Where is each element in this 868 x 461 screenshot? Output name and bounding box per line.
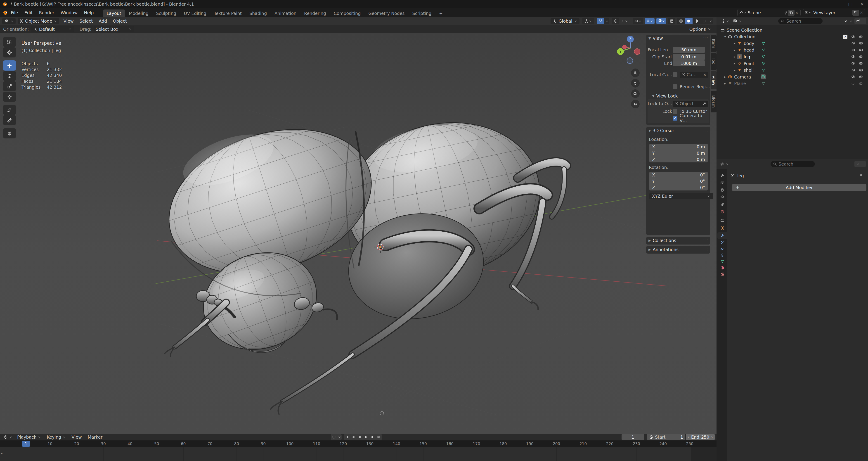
expander-icon[interactable]: ▸ [732,68,737,72]
tool-add-cube[interactable] [3,128,16,139]
drag-dropdown[interactable]: Select Box [94,26,134,32]
sidebar-tab-tool[interactable]: Tool [711,53,716,70]
menu-edit[interactable]: Edit [21,8,36,17]
local-camera-checkbox[interactable] [673,72,677,77]
timeline-menu-marker[interactable]: Marker [85,434,105,439]
timeline-editor-type-button[interactable] [2,434,14,440]
snap-settings-dropdown[interactable] [604,18,609,24]
viewlayer-selector[interactable]: ViewLayer × [803,9,865,16]
tool-measure[interactable] [3,115,16,125]
lock-to-object-field[interactable]: Object [673,101,708,107]
new-collection-button[interactable] [855,18,866,24]
menu-help[interactable]: Help [81,8,97,17]
timeline-track-area[interactable]: ▸ [0,447,716,461]
properties-options-dropdown[interactable] [855,161,866,167]
beetle-model[interactable] [150,105,566,414]
panel-grip[interactable]: ∷∷ [704,239,708,242]
outliner-row-leg[interactable]: ▸leg [716,53,868,60]
disable-in-render-icon[interactable] [859,55,863,59]
outliner-row-point[interactable]: ▸Point [716,60,868,67]
hide-in-viewport-icon[interactable] [851,55,855,59]
workspace-tab-shading[interactable]: Shading [246,9,271,17]
hidden-in-viewport-icon[interactable] [851,82,855,86]
navigation-gizmo[interactable]: ZY [617,36,640,64]
shading-solid[interactable] [685,18,692,24]
viewport-menu-add[interactable]: Add [96,19,110,24]
viewport-menu-object[interactable]: Object [110,19,130,24]
menu-file[interactable]: File [8,8,21,17]
workspace-tab-modeling[interactable]: Modeling [125,9,152,17]
nav-camera-view-button[interactable] [631,89,640,98]
eyedropper-icon[interactable] [703,101,707,105]
expander-icon[interactable]: ▸ [732,48,737,52]
workspace-tab-uv-editing[interactable]: UV Editing [180,9,210,17]
clip-start-field[interactable]: 0.01 m [673,54,705,60]
blender-menu-icon[interactable] [3,10,8,15]
disable-in-render-icon[interactable] [859,35,863,39]
disable-in-render-icon[interactable] [859,41,863,45]
tool-annotate[interactable] [3,105,16,115]
annotations-panel-header[interactable]: ▶Annotations∷∷ [646,246,710,253]
properties-editor-type-button[interactable] [718,161,731,167]
new-scene-button[interactable] [788,10,795,16]
gizmos-toggle[interactable] [645,18,655,24]
outliner-filter-id-dropdown[interactable] [731,18,744,24]
properties-tab-tool[interactable] [717,172,727,179]
tool-select-box[interactable] [3,37,16,47]
workspace-tab-scripting[interactable]: Scripting [408,9,435,17]
unlink-scene-icon[interactable]: × [795,10,799,15]
nav-toggle-ortho-button[interactable] [631,100,640,109]
options-dropdown[interactable]: Options [689,27,711,32]
hide-in-viewport-icon[interactable] [851,68,855,72]
sidebar-tab-item[interactable]: Item [711,35,716,52]
proportional-falloff-dropdown[interactable] [619,18,629,24]
snap-toggle[interactable] [597,18,604,24]
outliner-search-input[interactable]: Search [778,18,823,24]
timeline-menu-playback[interactable]: Playback [14,434,44,439]
3d-viewport[interactable]: ZY User Perspective (1) Collection | leg… [0,33,716,434]
cursor-rotation-x[interactable]: X0° [649,172,708,178]
new-viewlayer-button[interactable] [852,10,859,16]
prev-keyframe-button[interactable] [350,434,356,440]
focal-length-field[interactable]: 50 mm [673,47,705,53]
panel-grip[interactable]: ∷∷ [704,129,708,132]
properties-tab-physics[interactable] [717,245,727,252]
proportional-edit-toggle[interactable] [612,18,619,24]
shading-wireframe[interactable] [677,18,685,24]
expander-icon[interactable]: ▸ [723,82,727,86]
timeline-menu-view[interactable]: View [69,434,85,439]
properties-tab-collection[interactable] [717,217,727,224]
timeline-menu-keying[interactable]: Keying [44,434,69,439]
properties-search-input[interactable]: Search [771,161,815,167]
expander-icon[interactable]: ▾ [723,35,727,39]
sidebar-tab-view[interactable]: View [711,71,716,89]
orientation-default-dropdown[interactable]: Default [31,26,74,32]
add-modifier-button[interactable]: + Add Modifier [732,184,866,191]
cursor-location-x[interactable]: X0 m [649,144,708,150]
outliner-row-body[interactable]: ▸body [716,40,868,47]
collection-checkbox[interactable]: ✓ [843,35,847,39]
scene-selector[interactable]: Scene × [737,9,801,16]
next-keyframe-button[interactable] [369,434,376,440]
properties-tab-view-layer[interactable] [717,194,727,201]
3d-cursor-panel-header[interactable]: ▼3D Cursor∷∷ [646,127,710,134]
xray-toggle[interactable] [668,18,675,24]
tool-rotate[interactable] [3,71,16,81]
outliner-row-scene-collection[interactable]: Scene Collection [716,27,868,33]
overlays-toggle[interactable] [656,18,666,24]
outliner-row-camera[interactable]: ▸Camera [716,73,868,80]
workspace-tab-layout[interactable]: Layout [103,9,125,17]
workspace-tab-compositing[interactable]: Compositing [330,9,365,17]
tool-scale[interactable] [3,81,16,91]
to-3d-cursor-checkbox[interactable] [673,109,677,114]
workspace-tab-texture-paint[interactable]: Texture Paint [210,9,246,17]
properties-tab-texture[interactable] [717,271,727,278]
shading-dropdown[interactable] [708,18,713,24]
show-object-types-dropdown[interactable] [633,18,643,24]
view-panel-header[interactable]: ▼View∷∷ [646,35,710,42]
tool-transform[interactable] [3,92,16,102]
minimize-button[interactable]: ─ [833,0,844,8]
play-button[interactable] [363,434,369,440]
hide-in-viewport-icon[interactable] [851,61,855,65]
collections-panel-header[interactable]: ▶Collections∷∷ [646,237,710,244]
